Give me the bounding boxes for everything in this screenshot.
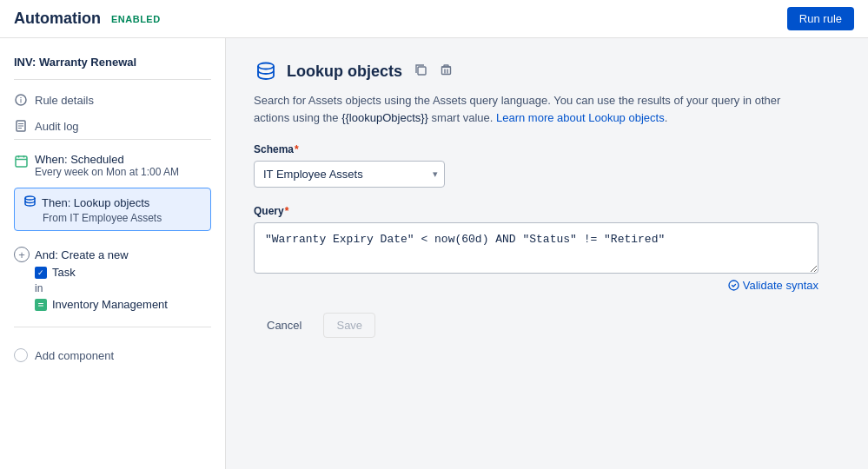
svg-rect-16 [418, 67, 426, 75]
and-section-header: + And: Create a new [14, 247, 211, 262]
circle-empty-icon [14, 348, 28, 362]
copy-button[interactable] [411, 62, 431, 81]
query-textarea[interactable]: "Warranty Expiry Date" < now(60d) AND "S… [254, 222, 818, 274]
app-title: Automation [14, 10, 101, 28]
main-content: Lookup objects Search for Assets [226, 38, 868, 469]
then-lookup-section[interactable]: Then: Lookup objects From IT Employee As… [14, 188, 211, 231]
sidebar: INV: Warranty Renewal Rule details [0, 38, 226, 469]
database-icon [23, 195, 36, 210]
learn-more-link[interactable]: Learn more about Lookup objects [496, 111, 665, 124]
rule-details-label: Rule details [35, 94, 94, 107]
header-left: Automation ENABLED [14, 10, 161, 28]
schema-select[interactable]: IT Employee AssetsHardware AssetsSoftwar… [254, 161, 445, 188]
svg-point-18 [729, 281, 739, 290]
sidebar-divider [14, 79, 211, 80]
run-rule-button[interactable]: Run rule [787, 7, 854, 30]
inventory-label: Inventory Management [52, 298, 168, 311]
checkbox-icon: ✓ [35, 267, 47, 279]
plus-icon: + [14, 247, 30, 262]
calendar-icon [14, 154, 28, 168]
then-lookup-label: Then: Lookup objects [42, 196, 149, 209]
status-badge: ENABLED [111, 14, 161, 24]
svg-rect-7 [16, 156, 27, 167]
query-field: Query* "Warranty Expiry Date" < now(60d)… [254, 205, 840, 274]
sidebar-item-rule-details[interactable]: Rule details [0, 87, 225, 113]
when-section[interactable]: When: Scheduled Every week on Mon at 1:0… [0, 147, 225, 184]
svg-rect-13 [38, 303, 43, 304]
schema-select-wrapper: IT Employee AssetsHardware AssetsSoftwar… [254, 161, 445, 188]
panel-header: Lookup objects [254, 59, 840, 83]
sidebar-divider-2 [14, 139, 211, 140]
action-row: Cancel Save [254, 313, 840, 338]
cancel-button[interactable]: Cancel [254, 313, 315, 338]
task-label: Task [52, 266, 76, 279]
svg-point-15 [258, 63, 274, 69]
panel-title: Lookup objects [287, 63, 402, 81]
schema-field: Schema* IT Employee AssetsHardware Asset… [254, 143, 840, 205]
validate-syntax-link[interactable]: Validate syntax [728, 279, 818, 292]
desc-part2: smart value. [428, 111, 496, 124]
validate-row: Validate syntax [254, 279, 818, 292]
when-label: When: Scheduled [35, 153, 179, 166]
inventory-row: Inventory Management [14, 296, 211, 313]
save-button[interactable]: Save [323, 313, 375, 338]
rule-title: INV: Warranty Renewal [0, 52, 225, 79]
and-section[interactable]: + And: Create a new ✓ Task in Inventory … [0, 238, 225, 316]
when-section-text: When: Scheduled Every week on Mon at 1:0… [35, 153, 179, 178]
app-header: Automation ENABLED Run rule [0, 0, 868, 38]
audit-log-label: Audit log [35, 120, 79, 133]
and-label: And: Create a new [35, 248, 129, 261]
main-layout: INV: Warranty Renewal Rule details [0, 38, 868, 469]
in-row: in [14, 281, 211, 296]
smart-value: {{lookupObjects}} [341, 111, 428, 124]
validate-syntax-label: Validate syntax [743, 279, 818, 292]
sidebar-divider-3 [14, 327, 211, 327]
panel-action-icons [411, 62, 456, 81]
schema-label: Schema* [254, 143, 840, 155]
add-component[interactable]: Add component [0, 334, 225, 369]
svg-rect-17 [442, 67, 451, 75]
info-circle-icon [14, 93, 28, 107]
svg-rect-14 [38, 305, 43, 306]
query-label: Query* [254, 205, 840, 217]
when-sub-label: Every week on Mon at 1:00 AM [35, 166, 179, 178]
then-lookup-header: Then: Lookup objects [23, 195, 202, 210]
panel-db-icon [254, 59, 278, 83]
delete-button[interactable] [436, 62, 456, 81]
svg-rect-1 [21, 99, 22, 103]
task-row: ✓ Task [14, 262, 211, 281]
panel-description: Search for Assets objects using the Asse… [254, 92, 792, 126]
svg-point-2 [20, 97, 21, 98]
svg-point-11 [25, 196, 35, 200]
svg-rect-12 [36, 301, 45, 309]
inventory-icon [35, 299, 47, 311]
then-lookup-sub: From IT Employee Assets [23, 212, 202, 224]
add-component-label: Add component [35, 349, 114, 362]
document-icon [14, 119, 28, 133]
sidebar-item-audit-log[interactable]: Audit log [0, 113, 225, 139]
